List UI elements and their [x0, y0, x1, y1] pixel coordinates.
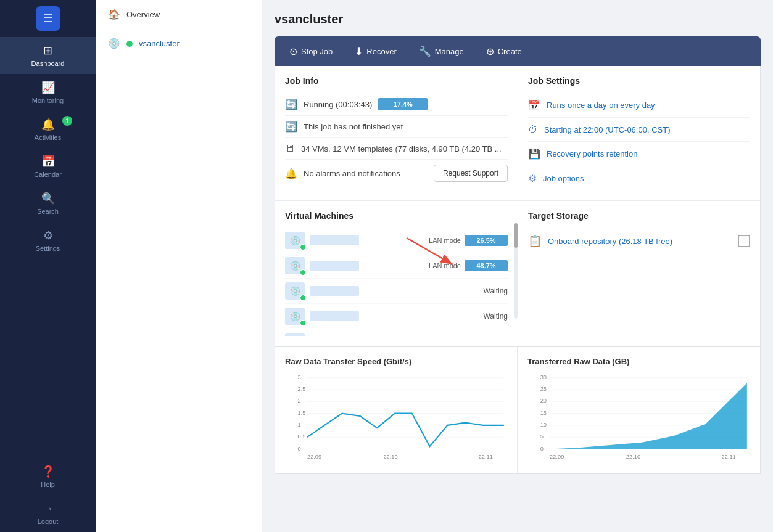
schedule-icon: 📅 [528, 99, 540, 111]
recover-button[interactable]: ⬇ Recover [345, 41, 406, 62]
chart-transferred-data: Transferred Raw Data (GB) 30 25 20 15 10… [518, 347, 760, 473]
svg-marker-32 [550, 383, 747, 449]
running-icon: 🔄 [285, 99, 297, 110]
manage-label: Manage [435, 47, 464, 56]
schedule-text: Runs once a day on every day [547, 100, 655, 110]
vm-mode-area: LAN mode 26.5% [429, 235, 508, 246]
sidebar-item-label: Settings [36, 245, 60, 252]
vm-status-dot [300, 244, 306, 250]
nav-item-label: Overview [126, 10, 160, 19]
app-logo-icon: ☰ [36, 6, 60, 31]
nav-item-vsancluster[interactable]: 💿 vsancluster [96, 29, 262, 58]
svg-text:3: 3 [298, 374, 301, 380]
request-support-button[interactable]: Request Support [434, 165, 508, 182]
table-row: 💿 LAN mode 48.7% [285, 253, 508, 279]
svg-text:1: 1 [298, 421, 301, 428]
svg-text:22:11: 22:11 [722, 453, 736, 460]
create-label: Create [498, 47, 522, 56]
sidebar-item-monitoring[interactable]: 📈 Monitoring [0, 74, 96, 111]
job-status-text: This job has not finished yet [304, 122, 403, 131]
job-settings-title: Job Settings [528, 76, 750, 86]
logout-icon: → [43, 502, 54, 515]
table-row: 💿 Waiting [285, 329, 508, 336]
help-icon: ❓ [41, 465, 55, 478]
job-vms-row: 🖥 34 VMs, 12 VM templates (77 disks, 4.9… [285, 138, 508, 160]
svg-text:20: 20 [540, 397, 547, 404]
settings-icon: ⚙ [43, 229, 53, 242]
svg-text:0.5: 0.5 [298, 433, 306, 440]
svg-text:22:09: 22:09 [550, 453, 564, 460]
stop-job-button[interactable]: ⊙ Stop Job [279, 41, 342, 62]
chart-area-data: 30 25 20 15 10 5 0 [527, 371, 750, 464]
sidebar-item-dashboard[interactable]: ⊞ Dashboard [0, 37, 96, 74]
job-options-row[interactable]: ⚙ Job options [528, 166, 750, 190]
sidebar-item-label: Dashboard [31, 60, 65, 67]
overview-icon: 🏠 [108, 9, 120, 20]
svg-text:2: 2 [298, 397, 301, 404]
monitoring-icon: 📈 [41, 81, 55, 94]
sidebar-item-help[interactable]: ❓ Help [0, 458, 96, 495]
sidebar-item-calendar[interactable]: 📅 Calendar [0, 148, 96, 185]
vm-scrollbar-thumb [514, 223, 518, 248]
svg-text:22:09: 22:09 [307, 453, 321, 460]
vm-icon: 💿 [285, 308, 305, 325]
job-settings-section: Job Settings 📅 Runs once a day on every … [518, 66, 760, 201]
progress-container: 17.4% [378, 98, 508, 110]
job-options-icon: ⚙ [528, 173, 537, 184]
table-row: 💿 Waiting [285, 304, 508, 329]
sidebar-item-activities[interactable]: 🔔 1 Activities [0, 111, 96, 148]
activities-icon: 🔔 [41, 118, 55, 131]
vm-status-text: Waiting [483, 312, 508, 321]
retention-text: Recovery points retention [547, 149, 637, 158]
vm-name-placeholder [310, 286, 359, 296]
sidebar-item-logout[interactable]: → Logout [0, 495, 96, 532]
data-chart-svg: 30 25 20 15 10 5 0 [527, 371, 750, 464]
sidebar-item-label: Calendar [34, 171, 62, 178]
vm-icon: 💿 [285, 333, 305, 336]
manage-button[interactable]: 🔧 Manage [409, 41, 474, 62]
storage-checkbox[interactable] [738, 235, 750, 247]
vm-scrollbar[interactable] [514, 223, 518, 319]
sidebar-logo: ☰ [0, 0, 96, 37]
dashboard-icon: ⊞ [43, 44, 52, 57]
retention-icon: 💾 [528, 148, 540, 160]
storage-row: 📋 Onboard repository (26.18 TB free) [528, 228, 750, 254]
starting-row[interactable]: ⏱ Starting at 22:00 (UTC-06:00, CST) [528, 118, 750, 142]
schedule-row[interactable]: 📅 Runs once a day on every day [528, 93, 750, 118]
stop-job-icon: ⊙ [289, 46, 297, 57]
sidebar-bottom: ❓ Help → Logout [0, 458, 96, 532]
nav-item-overview[interactable]: 🏠 Overview [96, 0, 262, 29]
table-row: 💿 LAN mode 26.5% [285, 228, 508, 253]
sidebar-item-label: Search [37, 208, 59, 215]
job-options-text: Job options [543, 174, 584, 183]
vm-title: Virtual Machines [285, 211, 508, 221]
storage-title: Target Storage [528, 211, 750, 221]
job-status-row: 🔄 This job has not finished yet [285, 116, 508, 138]
recover-label: Recover [366, 47, 396, 56]
vm-icon: 💿 [285, 257, 305, 274]
vm-icon: 💿 [285, 282, 305, 300]
vsancluster-icon: 💿 [108, 38, 120, 49]
manage-icon: 🔧 [419, 46, 431, 57]
create-button[interactable]: ⊕ Create [476, 41, 532, 62]
vm-progress-bar: 48.7% [465, 260, 508, 271]
main-content: vsancluster ⊙ Stop Job ⬇ Recover 🔧 Manag… [262, 0, 773, 532]
storage-link[interactable]: Onboard repository (26.18 TB free) [548, 237, 672, 246]
vm-status-dot [300, 295, 306, 301]
svg-text:5: 5 [540, 433, 544, 440]
speed-chart-svg: 3 2.5 2 1.5 1 0.5 0 [285, 371, 507, 464]
sidebar-item-search[interactable]: 🔍 Search [0, 185, 96, 222]
vm-progress-bar: 26.5% [465, 235, 508, 246]
toolbar: ⊙ Stop Job ⬇ Recover 🔧 Manage ⊕ Create [275, 36, 761, 66]
sidebar-item-label: Logout [38, 518, 59, 525]
vm-mode-label: LAN mode [429, 237, 461, 244]
sidebar-item-label: Activities [35, 134, 61, 141]
alarms-icon: 🔔 [285, 168, 297, 179]
sidebar-item-settings[interactable]: ⚙ Settings [0, 222, 96, 259]
chart-title-data: Transferred Raw Data (GB) [527, 357, 750, 366]
vm-icon: 💿 [285, 232, 305, 249]
vm-status-dot [300, 269, 306, 276]
recover-icon: ⬇ [355, 46, 363, 57]
svg-text:10: 10 [540, 421, 547, 428]
retention-row[interactable]: 💾 Recovery points retention [528, 142, 750, 166]
